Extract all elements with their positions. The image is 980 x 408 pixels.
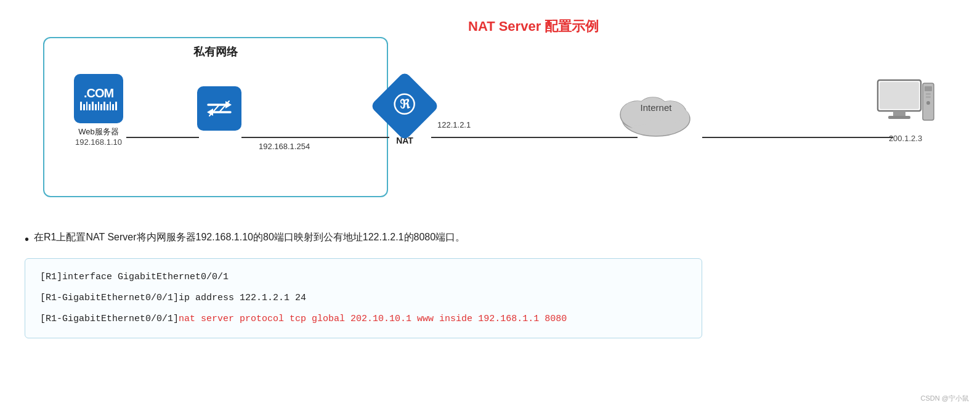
svg-rect-23 (926, 96, 931, 98)
code-box: [R1]interface GigabitEthernet0/0/1 [R1-G… (25, 258, 702, 338)
switch-box (197, 86, 241, 131)
pc-ip: 200.1.2.3 (889, 134, 922, 143)
watermark: CSDN @宁小鼠 (921, 394, 969, 403)
svg-text:ℜ: ℜ (400, 97, 411, 111)
private-network-label: 私有网络 (193, 44, 238, 59)
router-outer: ℜ (379, 80, 431, 132)
code-line-3-red: nat server protocol tcp global 202.10.10… (179, 314, 567, 324)
svg-rect-21 (925, 86, 932, 91)
router-box: ℜ (370, 71, 439, 141)
com-icon: .COM (74, 74, 123, 123)
bullet-dot: • (25, 231, 29, 247)
line-switch-to-router (241, 137, 389, 138)
diagram-area: 私有网络 .COM Web服务器 192.168.1.10 (25, 18, 955, 228)
bullet-section: • 在R1上配置NAT Server将内网服务器192.168.1.10的80端… (25, 231, 955, 247)
code-line-3-prefix: [R1-GigabitEthernet0/0/1] (40, 314, 179, 324)
svg-rect-17 (880, 82, 919, 109)
line-internet-to-pc (702, 137, 893, 138)
code-line-3: [R1-GigabitEthernet0/0/1]nat server prot… (40, 312, 687, 327)
switch-router-ip: 192.168.1.254 (259, 142, 310, 151)
bullet-text: 在R1上配置NAT Server将内网服务器192.168.1.10的80端口映… (34, 231, 465, 244)
web-server-label: Web服务器 (78, 126, 119, 137)
router-nat-icon: ℜ NAT (379, 80, 431, 145)
com-barcode (80, 102, 117, 110)
internet-cloud: Internet (616, 85, 696, 141)
router-inner: ℜ (392, 92, 417, 121)
web-server-ip: 192.168.1.10 (75, 137, 122, 147)
switch-icon (197, 86, 241, 131)
svg-rect-22 (926, 93, 931, 95)
code-line-2: [R1-GigabitEthernet0/0/1]ip address 122.… (40, 291, 687, 306)
code-line-1: [R1]interface GigabitEthernet0/0/1 (40, 270, 687, 285)
router-right-ip: 122.1.2.1 (437, 120, 471, 129)
svg-rect-19 (888, 116, 910, 119)
pc-icon: 200.1.2.3 (875, 77, 936, 143)
internet-label: Internet (616, 102, 696, 113)
line-router-to-internet (431, 137, 638, 138)
pc-svg (875, 77, 936, 133)
cloud-svg (616, 85, 696, 141)
switch-svg (203, 92, 235, 124)
web-server-icon: .COM Web服务器 192.168.1.10 (74, 74, 123, 147)
svg-rect-18 (893, 111, 905, 116)
com-dot-text: .COM (84, 87, 113, 99)
line-web-to-switch (126, 137, 199, 138)
svg-point-24 (926, 101, 930, 105)
